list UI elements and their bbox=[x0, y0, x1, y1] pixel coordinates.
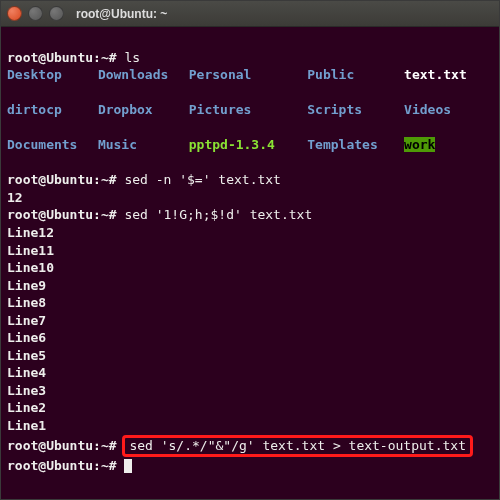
ls-entry: dirtocp bbox=[7, 101, 98, 119]
prompt: root@Ubuntu:~# bbox=[7, 438, 117, 453]
ls-entry: Public bbox=[307, 66, 404, 84]
output-line: 12 bbox=[7, 190, 23, 205]
annotation-highlight-box: sed 's/.*/"&"/g' text.txt > text-output.… bbox=[122, 435, 473, 457]
output-line: Line2 bbox=[7, 400, 46, 415]
output-line: Line10 bbox=[7, 260, 54, 275]
output-line: Line9 bbox=[7, 278, 46, 293]
ls-entry: Dropbox bbox=[98, 101, 189, 119]
ls-entry: Videos bbox=[404, 101, 493, 119]
maximize-icon[interactable] bbox=[49, 6, 64, 21]
ls-entry: Personal bbox=[189, 66, 308, 84]
ls-entry: Templates bbox=[307, 136, 404, 154]
output-line: Line5 bbox=[7, 348, 46, 363]
output-line: Line12 bbox=[7, 225, 54, 240]
titlebar[interactable]: root@Ubuntu: ~ bbox=[1, 1, 499, 27]
ls-entry: pptpd-1.3.4 bbox=[189, 136, 308, 154]
close-icon[interactable] bbox=[7, 6, 22, 21]
prompt: root@Ubuntu:~# bbox=[7, 172, 117, 187]
prompt: root@Ubuntu:~# bbox=[7, 50, 117, 65]
ls-entry: Music bbox=[98, 136, 189, 154]
command-sed-count: sed -n '$=' text.txt bbox=[124, 172, 281, 187]
output-line: Line4 bbox=[7, 365, 46, 380]
command-ls: ls bbox=[124, 50, 140, 65]
ls-entry: Scripts bbox=[307, 101, 404, 119]
terminal-body[interactable]: root@Ubuntu:~# ls DesktopDownloadsPerson… bbox=[1, 27, 499, 499]
ls-row: DesktopDownloadsPersonalPublictext.txt bbox=[7, 66, 493, 84]
ls-entry: Documents bbox=[7, 136, 98, 154]
output-line: Line7 bbox=[7, 313, 46, 328]
prompt: root@Ubuntu:~# bbox=[7, 207, 117, 222]
output-line: Line11 bbox=[7, 243, 54, 258]
window-title: root@Ubuntu: ~ bbox=[76, 7, 167, 21]
ls-row: DocumentsMusicpptpd-1.3.4Templateswork bbox=[7, 136, 493, 154]
ls-entry: text.txt bbox=[404, 66, 493, 84]
ls-entry-selected: work bbox=[404, 137, 435, 152]
output-line: Line8 bbox=[7, 295, 46, 310]
ls-row: dirtocpDropboxPicturesScriptsVideos bbox=[7, 101, 493, 119]
output-line: Line3 bbox=[7, 383, 46, 398]
prompt: root@Ubuntu:~# bbox=[7, 458, 117, 473]
output-line: Line6 bbox=[7, 330, 46, 345]
ls-entry: Desktop bbox=[7, 66, 98, 84]
ls-entry: Pictures bbox=[189, 101, 308, 119]
cursor-icon bbox=[124, 459, 132, 473]
minimize-icon[interactable] bbox=[28, 6, 43, 21]
output-line: Line1 bbox=[7, 418, 46, 433]
command-sed-reverse: sed '1!G;h;$!d' text.txt bbox=[124, 207, 312, 222]
command-sed-quote: sed 's/.*/"&"/g' text.txt > text-output.… bbox=[129, 438, 466, 453]
terminal-window: root@Ubuntu: ~ root@Ubuntu:~# ls Desktop… bbox=[0, 0, 500, 500]
ls-entry: Downloads bbox=[98, 66, 189, 84]
